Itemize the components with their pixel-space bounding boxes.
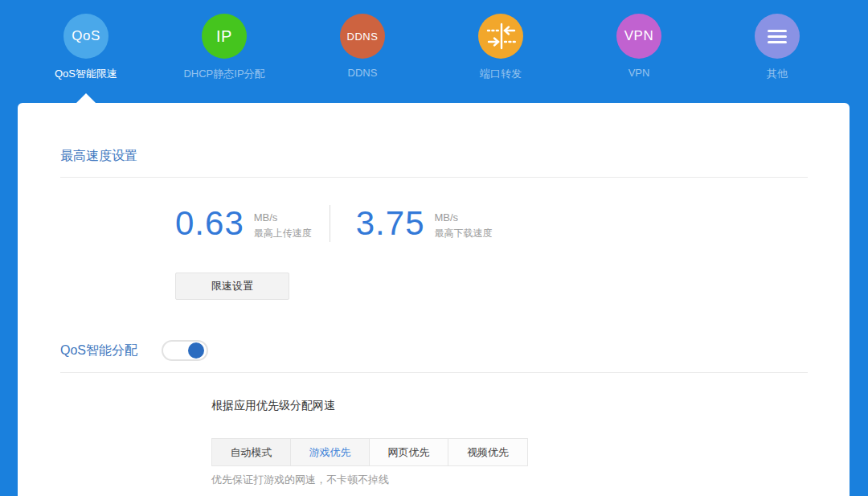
- download-speed-value: 3.75: [356, 204, 425, 243]
- max-speed-section-title: 最高速度设置: [60, 148, 137, 165]
- tab-other[interactable]: 其他: [708, 0, 846, 103]
- qos-icon-text: QoS: [72, 28, 100, 44]
- qos-allocation-row: QoS智能分配: [60, 340, 208, 361]
- mode-hint-text: 优先保证打游戏的网速，不卡顿不掉线: [211, 473, 389, 487]
- tab-ddns[interactable]: DDNS DDNS: [293, 0, 432, 103]
- mode-auto[interactable]: 自动模式: [212, 439, 291, 465]
- toggle-knob: [188, 342, 204, 359]
- mode-web[interactable]: 网页优先: [370, 439, 448, 465]
- header-nav: QoS QoS智能限速 IP DHCP静态IP分配 DDNS DDNS: [0, 0, 868, 103]
- qos-icon: QoS: [63, 14, 108, 59]
- tab-qos[interactable]: QoS QoS智能限速: [17, 0, 155, 103]
- tab-label-other: 其他: [767, 67, 788, 81]
- port-forward-icon: [478, 14, 523, 59]
- qos-toggle[interactable]: [162, 340, 208, 361]
- divider: [60, 177, 808, 178]
- ip-icon: IP: [202, 14, 247, 59]
- tab-dhcp[interactable]: IP DHCP静态IP分配: [155, 0, 293, 103]
- vertical-divider: [330, 205, 330, 242]
- hamburger-icon: [755, 14, 800, 59]
- mode-video[interactable]: 视频优先: [448, 439, 527, 465]
- vpn-icon: VPN: [616, 14, 661, 59]
- limit-settings-button[interactable]: 限速设置: [175, 273, 289, 300]
- upload-speed-label: 最高上传速度: [254, 227, 312, 240]
- divider: [60, 372, 808, 373]
- tab-label-vpn: VPN: [628, 67, 650, 79]
- tab-label-dhcp: DHCP静态IP分配: [183, 67, 264, 81]
- priority-subtitle: 根据应用优先级分配网速: [211, 399, 335, 413]
- port-forward-glyph: [478, 14, 523, 59]
- upload-speed-readout: 0.63 MB/s 最高上传速度: [175, 204, 312, 243]
- mode-game[interactable]: 游戏优先: [291, 439, 370, 465]
- main-panel: 最高速度设置 0.63 MB/s 最高上传速度 3.75 MB/s 最高下载速度…: [18, 103, 850, 496]
- active-tab-notch: [76, 93, 96, 103]
- ddns-icon: DDNS: [340, 14, 385, 59]
- speed-readouts: 0.63 MB/s 最高上传速度 3.75 MB/s 最高下载速度: [175, 204, 493, 243]
- download-speed-unit: MB/s: [435, 211, 493, 223]
- qos-section-title: QoS智能分配: [60, 342, 137, 359]
- tab-label-qos: QoS智能限速: [55, 67, 117, 81]
- tab-label-ddns: DDNS: [348, 67, 378, 79]
- tab-vpn[interactable]: VPN VPN: [570, 0, 708, 103]
- tab-label-port-forward: 端口转发: [480, 67, 522, 81]
- vpn-icon-text: VPN: [624, 28, 653, 44]
- ip-icon-text: IP: [216, 27, 232, 46]
- upload-speed-value: 0.63: [175, 204, 244, 243]
- mode-selector: 自动模式 游戏优先 网页优先 视频优先: [211, 438, 528, 466]
- download-speed-label: 最高下载速度: [435, 227, 493, 240]
- download-speed-readout: 3.75 MB/s 最高下载速度: [356, 204, 493, 243]
- tab-port-forward[interactable]: 端口转发: [432, 0, 570, 103]
- ddns-icon-text: DDNS: [347, 31, 379, 43]
- hamburger-lines: [768, 30, 787, 43]
- upload-speed-unit: MB/s: [254, 211, 312, 223]
